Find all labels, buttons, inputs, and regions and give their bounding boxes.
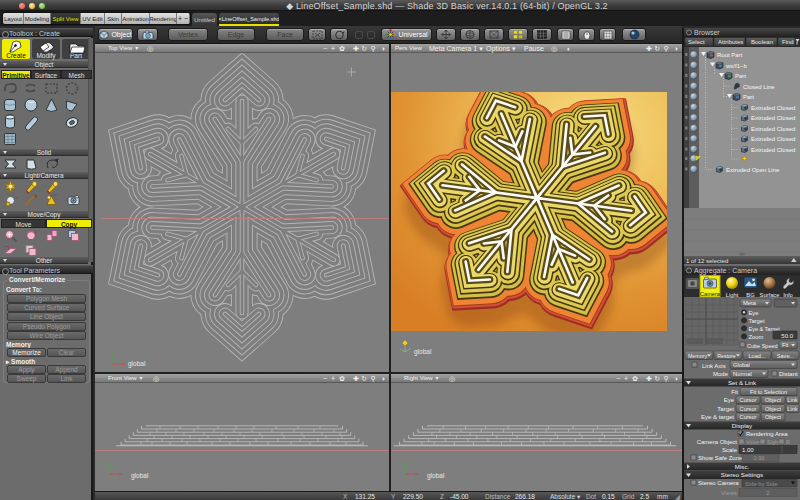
svg-text:Load...: Load... xyxy=(748,353,766,359)
svg-text:R: R xyxy=(786,439,790,445)
svg-text:Cursor: Cursor xyxy=(740,406,757,412)
svg-text:Scale: Scale xyxy=(722,447,738,453)
svg-text:global: global xyxy=(131,472,149,480)
svg-text:Boolean: Boolean xyxy=(751,39,773,45)
svg-text:Extruded Closed: Extruded Closed xyxy=(751,115,795,121)
svg-text:global: global xyxy=(427,472,445,480)
svg-text:Restore: Restore xyxy=(717,353,736,359)
svg-text:Light: Light xyxy=(726,292,739,298)
svg-text:Aggregate : Camera: Aggregate : Camera xyxy=(694,267,757,275)
svg-text:Camera Object: Camera Object xyxy=(697,439,738,445)
svg-text:Object: Object xyxy=(765,414,782,420)
svg-text:Object: Object xyxy=(765,406,782,412)
svg-text:Fit: Fit xyxy=(731,389,738,395)
svg-text:Cube Speed: Cube Speed xyxy=(747,343,778,349)
svg-text:Mode: Mode xyxy=(713,371,729,377)
svg-text:Link: Link xyxy=(787,397,797,403)
svg-text:Fit: Fit xyxy=(782,342,789,348)
svg-text:Display: Display xyxy=(732,422,753,429)
svg-text:Cursor: Cursor xyxy=(740,397,757,403)
svg-text:Sight: Sight xyxy=(767,439,780,445)
svg-text:Link Axis: Link Axis xyxy=(702,363,726,369)
svg-text:Fit to Selection: Fit to Selection xyxy=(750,389,787,395)
svg-text:Side by Side: Side by Side xyxy=(745,481,778,487)
svg-text:Extruded Closed: Extruded Closed xyxy=(751,136,795,142)
svg-text:Stereo Camera: Stereo Camera xyxy=(698,480,739,486)
svg-text:Zoom: Zoom xyxy=(749,334,764,340)
svg-text:Part: Part xyxy=(735,73,746,79)
svg-text:Select: Select xyxy=(688,39,705,45)
svg-text:BG: BG xyxy=(746,292,755,298)
svg-text:Eye & target: Eye & target xyxy=(701,414,734,420)
svg-text:Eye: Eye xyxy=(749,310,759,316)
svg-text:Stereo Settings: Stereo Settings xyxy=(721,471,763,478)
svg-text:Distant: Distant xyxy=(779,371,798,377)
svg-text:1.00: 1.00 xyxy=(742,447,754,453)
svg-text:Views: Views xyxy=(721,490,737,496)
svg-text:Extruded Closed: Extruded Closed xyxy=(751,105,795,111)
svg-text:Object: Object xyxy=(765,397,782,403)
svg-text:Target: Target xyxy=(749,318,766,324)
svg-text:Global: Global xyxy=(733,362,750,368)
svg-text:global: global xyxy=(414,348,432,356)
svg-text:Root Part: Root Part xyxy=(717,52,743,58)
svg-text:Extruded Closed: Extruded Closed xyxy=(751,126,795,132)
svg-text:Memory: Memory xyxy=(688,353,707,359)
svg-text:Extruded Open Line: Extruded Open Line xyxy=(726,167,780,173)
svg-text:Save...: Save... xyxy=(777,353,795,359)
svg-text:Browser: Browser xyxy=(694,29,720,36)
svg-text:ws/f1−b: ws/f1−b xyxy=(725,63,748,69)
svg-text:Normal: Normal xyxy=(733,371,752,377)
svg-text:Target: Target xyxy=(717,406,734,412)
svg-text:Meta: Meta xyxy=(743,300,757,306)
svg-text:Extruded Closed: Extruded Closed xyxy=(751,147,795,153)
svg-text:Camera: Camera xyxy=(700,291,721,297)
svg-text:Part: Part xyxy=(743,94,754,100)
svg-text:Find: Find xyxy=(782,39,794,45)
svg-text:0.90: 0.90 xyxy=(754,455,765,461)
svg-text:Rendering Area: Rendering Area xyxy=(746,431,788,437)
svg-text:Misc.: Misc. xyxy=(735,463,750,470)
svg-text:Cursor: Cursor xyxy=(740,414,757,420)
svg-text:Info: Info xyxy=(783,292,793,298)
svg-text:50.0: 50.0 xyxy=(781,333,793,339)
svg-text:Attributes: Attributes xyxy=(718,39,743,45)
svg-text:Closed Line: Closed Line xyxy=(743,84,775,90)
svg-text:Surface: Surface xyxy=(760,292,780,298)
svg-text:global: global xyxy=(128,360,146,368)
svg-text:Set & Link: Set & Link xyxy=(728,379,757,386)
svg-text:Eye: Eye xyxy=(724,397,735,403)
svg-text:Link: Link xyxy=(787,406,797,412)
svg-text:Show Safe Zone: Show Safe Zone xyxy=(698,455,743,461)
svg-text:1 of 12 selected: 1 of 12 selected xyxy=(686,258,728,264)
